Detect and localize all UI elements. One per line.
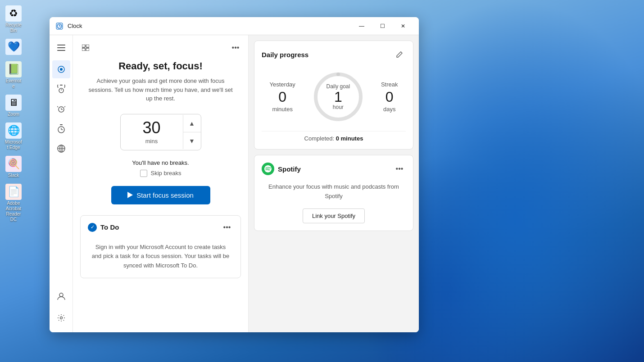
minimize-button[interactable]: — bbox=[351, 19, 372, 33]
time-value: 30 bbox=[126, 120, 177, 136]
focus-title: Ready, set, focus! bbox=[87, 60, 234, 72]
app-content: ••• Ready, set, focus! Achieve your goal… bbox=[50, 35, 419, 332]
nav-item-worldclock[interactable] bbox=[52, 140, 70, 158]
time-decrement-btn[interactable]: ▼ bbox=[183, 132, 201, 149]
svg-rect-9 bbox=[60, 85, 63, 86]
clock-window: Clock — ☐ ✕ bbox=[50, 17, 419, 332]
right-panel: Daily progress Yesterday 0 minutes bbox=[249, 35, 419, 332]
spotify-name: Spotify bbox=[278, 165, 301, 173]
svg-rect-5 bbox=[57, 47, 65, 48]
sidebar-nav bbox=[50, 35, 73, 332]
skip-breaks-row: Skip breaks bbox=[73, 170, 248, 177]
todo-signin-text: Sign in with your Microsoft Account to c… bbox=[88, 239, 233, 272]
desktop-icon-area: ♻ Recycle Bin 💙 📗 Evernote 🖥 Zoom 🌐 Micr… bbox=[0, 0, 27, 362]
todo-title: To Do bbox=[100, 223, 119, 231]
svg-rect-25 bbox=[82, 45, 85, 47]
nav-item-alarm[interactable] bbox=[52, 100, 70, 118]
focus-compact-btn[interactable] bbox=[78, 41, 93, 55]
close-button[interactable]: ✕ bbox=[393, 19, 413, 33]
window-title: Clock bbox=[68, 23, 351, 29]
svg-rect-28 bbox=[86, 48, 89, 51]
time-unit: mins bbox=[126, 138, 177, 145]
evernote-label: Evernote bbox=[5, 78, 23, 89]
streak-value: 0 bbox=[381, 90, 398, 104]
nav-hamburger[interactable] bbox=[52, 39, 70, 57]
desktop-icon-todo[interactable]: 💙 bbox=[3, 37, 24, 58]
daily-goal-unit: hour bbox=[333, 104, 344, 110]
focus-panel-header: ••• bbox=[73, 35, 248, 57]
spotify-logo: Spotify bbox=[262, 163, 301, 175]
skip-breaks-checkbox[interactable] bbox=[140, 170, 147, 177]
stat-yesterday: Yesterday 0 minutes bbox=[270, 81, 295, 113]
daily-progress-card: Daily progress Yesterday 0 minutes bbox=[254, 41, 413, 149]
todo-check-icon: ✓ bbox=[88, 223, 97, 232]
desktop-icon-evernote[interactable]: 📗 Evernote bbox=[3, 59, 24, 91]
spotify-description: Enhance your focus with music and podcas… bbox=[262, 182, 406, 201]
nav-item-focus[interactable] bbox=[52, 60, 70, 78]
window-controls: — ☐ ✕ bbox=[351, 19, 413, 33]
stat-streak: Streak 0 days bbox=[381, 81, 398, 113]
desktop-icon-label: Recycle Bin bbox=[5, 23, 23, 33]
skip-breaks-label: Skip breaks bbox=[151, 170, 181, 176]
link-spotify-button[interactable]: Link your Spotify bbox=[303, 208, 365, 223]
no-breaks-text: You'll have no breaks. bbox=[73, 159, 248, 166]
todo-section: ✓ To Do ••• Sign in with your Microsoft … bbox=[80, 215, 241, 278]
focus-panel: ••• Ready, set, focus! Achieve your goal… bbox=[73, 35, 249, 332]
svg-point-8 bbox=[60, 68, 63, 71]
completed-label: Completed: bbox=[304, 135, 334, 142]
yesterday-value: 0 bbox=[270, 90, 295, 104]
progress-stats: Yesterday 0 minutes bbox=[262, 66, 406, 127]
stat-daily-goal: Daily goal 1 hour bbox=[311, 70, 365, 124]
main-panels: ••• Ready, set, focus! Achieve your goal… bbox=[73, 35, 419, 332]
start-focus-session-button[interactable]: Start focus session bbox=[111, 186, 210, 204]
streak-label: Streak bbox=[381, 81, 398, 88]
time-picker: 30 mins ▲ ▼ bbox=[120, 114, 201, 150]
spotify-card: Spotify ••• Enhance your focus with musi… bbox=[254, 155, 413, 231]
focus-more-btn[interactable]: ••• bbox=[228, 41, 243, 55]
svg-rect-27 bbox=[82, 48, 85, 51]
time-increment-btn[interactable]: ▲ bbox=[183, 115, 201, 132]
completed-row: Completed: 0 minutes bbox=[262, 131, 406, 142]
daily-progress-edit-btn[interactable] bbox=[393, 48, 406, 61]
focus-title-section: Ready, set, focus! Achieve your goals an… bbox=[73, 57, 248, 110]
svg-rect-4 bbox=[57, 45, 65, 45]
yesterday-label: Yesterday bbox=[270, 81, 295, 88]
daily-progress-title: Daily progress bbox=[262, 51, 308, 59]
start-btn-label: Start focus session bbox=[136, 191, 194, 199]
svg-rect-6 bbox=[57, 50, 65, 51]
nav-item-stopwatch[interactable] bbox=[52, 120, 70, 138]
title-bar: Clock — ☐ ✕ bbox=[50, 17, 419, 35]
clock-app-icon bbox=[55, 22, 64, 31]
completed-value: 0 minutes bbox=[336, 135, 363, 142]
svg-point-23 bbox=[59, 293, 63, 297]
yesterday-unit: minutes bbox=[270, 106, 295, 113]
nav-item-timer[interactable] bbox=[52, 80, 70, 98]
streak-unit: days bbox=[381, 106, 398, 113]
svg-point-24 bbox=[60, 317, 62, 319]
svg-rect-18 bbox=[60, 124, 63, 125]
play-icon bbox=[127, 192, 133, 198]
desktop-icon-slack[interactable]: 🍭 Slack bbox=[3, 154, 24, 180]
desktop-icon-zoom[interactable]: 🖥 Zoom bbox=[3, 93, 24, 119]
todo-more-button[interactable]: ••• bbox=[221, 221, 233, 234]
focus-subtitle: Achieve your goals and get more done wit… bbox=[87, 77, 234, 103]
nav-item-settings[interactable] bbox=[52, 309, 70, 327]
desktop-icon-recycle-bin[interactable]: ♻ Recycle Bin bbox=[3, 4, 24, 35]
nav-item-profile[interactable] bbox=[52, 287, 70, 305]
desktop-icon-acrobat[interactable]: 📄 Adobe Acrobat Reader DC bbox=[3, 182, 24, 224]
daily-goal-value: 1 bbox=[334, 90, 342, 104]
spotify-icon bbox=[262, 163, 274, 175]
spotify-more-button[interactable]: ••• bbox=[393, 163, 406, 175]
maximize-button[interactable]: ☐ bbox=[372, 19, 393, 33]
desktop-icon-edge[interactable]: 🌐 Microsoft Edge bbox=[3, 121, 24, 152]
svg-rect-26 bbox=[86, 45, 89, 47]
